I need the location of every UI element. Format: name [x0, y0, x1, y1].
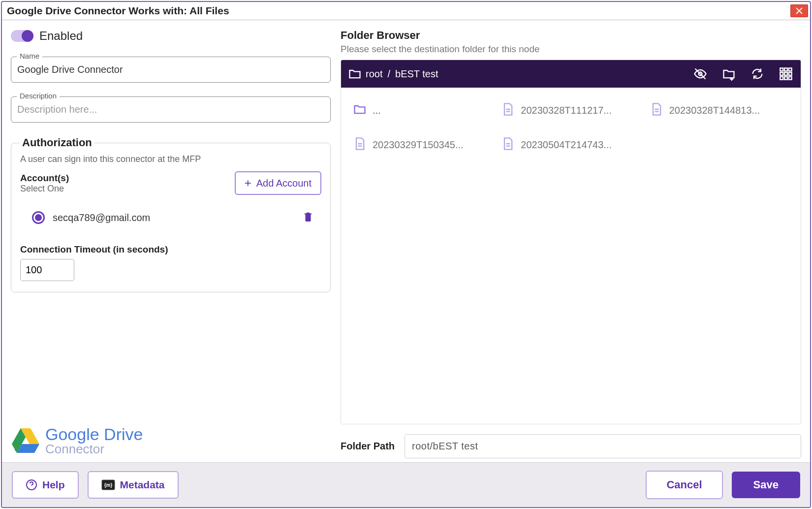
breadcrumb-separator: / [387, 68, 390, 80]
grid-view-button[interactable] [778, 66, 794, 82]
folder-item[interactable]: ... [351, 97, 494, 123]
accounts-title: Account(s) [20, 173, 69, 184]
account-email: secqa789@gmail.com [53, 212, 300, 223]
file-item[interactable]: 20230329T150345... [351, 132, 494, 158]
svg-rect-9 [789, 77, 792, 80]
add-account-label: Add Account [256, 178, 312, 189]
breadcrumb: root / bEST test [366, 68, 680, 80]
accounts-subtitle: Select One [20, 184, 69, 194]
cancel-button[interactable]: Cancel [646, 471, 722, 499]
folder-browser-title: Folder Browser [341, 29, 801, 42]
logo-sub-text: Connector [45, 443, 143, 455]
svg-rect-5 [784, 72, 787, 75]
plus-icon: + [245, 177, 251, 189]
name-label: Name [17, 52, 42, 60]
browser-toolbar: root / bEST test [341, 60, 801, 88]
file-item[interactable]: 20230504T214743... [499, 132, 642, 158]
metadata-label: Metadata [120, 479, 165, 491]
new-folder-button[interactable] [721, 66, 737, 82]
folder-root-icon [348, 67, 362, 81]
file-icon [353, 137, 367, 153]
authorization-legend: Authorization [20, 136, 94, 149]
svg-rect-3 [789, 68, 792, 71]
authorization-description: A user can sign into this connector at t… [20, 154, 321, 164]
hide-button[interactable] [692, 66, 708, 82]
timeout-input[interactable] [20, 259, 74, 281]
close-icon [796, 7, 803, 14]
close-button[interactable] [790, 4, 808, 17]
name-input[interactable] [11, 57, 331, 83]
item-name: 20230329T150345... [373, 139, 464, 151]
enabled-label: Enabled [39, 29, 83, 43]
folder-path-input[interactable] [405, 434, 801, 458]
connector-logo: Google Drive Connector [11, 426, 331, 458]
help-button[interactable]: Help [12, 471, 79, 499]
folder-icon [353, 102, 367, 118]
refresh-icon [750, 67, 764, 81]
logo-main-text: Google Drive [45, 426, 143, 443]
eye-off-icon [693, 67, 707, 81]
folder-plus-icon [722, 67, 736, 81]
svg-rect-7 [780, 77, 783, 80]
svg-rect-6 [789, 72, 792, 75]
file-icon [650, 102, 663, 118]
file-item[interactable]: 20230328T144813... [648, 97, 791, 123]
metadata-button[interactable]: {m} Metadata [88, 471, 179, 499]
file-item[interactable]: 20230328T111217... [499, 97, 642, 123]
account-radio[interactable] [32, 211, 45, 224]
item-name: ... [373, 105, 381, 116]
metadata-icon: {m} [101, 479, 115, 490]
delete-account-button[interactable] [300, 208, 316, 227]
svg-rect-8 [784, 77, 787, 80]
grid-icon [779, 67, 793, 81]
item-name: 20230504T214743... [521, 139, 612, 151]
file-icon [501, 137, 515, 153]
help-label: Help [42, 479, 65, 491]
item-name: 20230328T144813... [669, 105, 760, 116]
folder-path-label: Folder Path [341, 441, 395, 452]
save-button[interactable]: Save [732, 472, 800, 498]
authorization-fieldset: Authorization A user can sign into this … [11, 136, 331, 292]
description-label: Description [17, 92, 60, 100]
enabled-toggle[interactable] [11, 30, 33, 42]
breadcrumb-root[interactable]: root [366, 68, 382, 80]
titlebar: Google Drive Connector Works with: All F… [2, 2, 810, 20]
google-drive-icon [11, 427, 40, 454]
folder-browser-description: Please select the destination folder for… [341, 44, 801, 55]
file-icon [501, 102, 515, 118]
svg-text:{m}: {m} [104, 482, 112, 488]
breadcrumb-current[interactable]: bEST test [395, 68, 438, 80]
help-icon [26, 479, 37, 491]
svg-rect-4 [780, 72, 783, 75]
item-name: 20230328T111217... [521, 105, 612, 116]
trash-icon [303, 211, 313, 223]
svg-rect-1 [780, 68, 783, 71]
window-title: Google Drive Connector Works with: All F… [4, 3, 790, 19]
timeout-label: Connection Timeout (in seconds) [20, 244, 321, 255]
refresh-button[interactable] [750, 66, 765, 82]
footer: Help {m} Metadata Cancel Save [2, 462, 810, 507]
description-input[interactable] [11, 96, 331, 123]
account-row[interactable]: secqa789@gmail.com [20, 201, 321, 234]
svg-rect-2 [784, 68, 787, 71]
add-account-button[interactable]: + Add Account [235, 171, 321, 195]
